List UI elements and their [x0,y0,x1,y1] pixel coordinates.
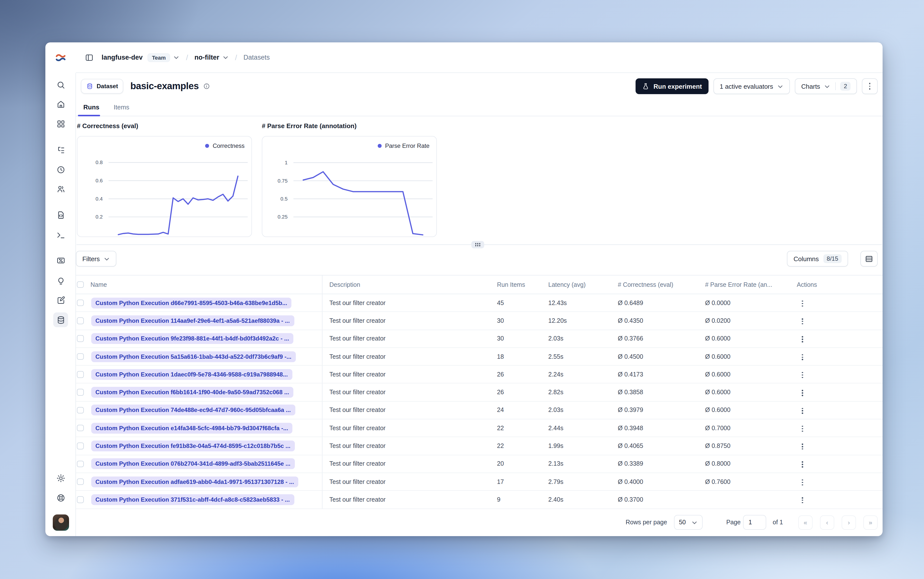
user-avatar[interactable] [53,514,69,531]
sidebar-item-evaluators[interactable] [53,253,68,268]
run-name-link[interactable]: Custom Python Execution d66e7991-8595-45… [91,298,292,308]
row-actions-button[interactable] [799,316,806,327]
home-icon [56,99,66,109]
sidebar-item-sessions[interactable] [53,162,68,177]
description-cell: Test our filter creator [323,389,497,396]
row-actions-button[interactable] [799,387,806,399]
row-actions-button[interactable] [799,476,806,488]
row-checkbox[interactable] [77,389,84,396]
run-name-link[interactable]: Custom Python Execution 74de488e-ec9d-47… [91,405,295,415]
runs-table: Name Description Run Items Latency (avg)… [76,275,883,509]
run-experiment-button[interactable]: Run experiment [636,79,709,94]
row-actions-button[interactable] [799,405,806,417]
row-actions-button[interactable] [799,298,806,310]
table-row: Custom Python Execution e14fa348-5cfc-49… [76,419,883,437]
more-options-button[interactable] [862,79,878,94]
row-checkbox[interactable] [77,461,84,467]
sidebar-item-prompts[interactable] [53,208,68,222]
header-name-cell: Name [76,275,323,294]
sidebar-item-home[interactable] [53,96,68,111]
first-page-button[interactable]: « [798,515,813,530]
svg-text:0.5: 0.5 [280,196,288,201]
sidebar-logo[interactable] [45,43,76,73]
info-icon[interactable] [203,83,210,90]
row-checkbox[interactable] [77,335,84,342]
row-actions-button[interactable] [799,334,806,345]
active-evaluators-button[interactable]: 1 active evaluators [713,79,790,94]
filters-button[interactable]: Filters [76,251,116,267]
row-checkbox[interactable] [77,425,84,432]
run-name-link[interactable]: Custom Python Execution adfae619-abb0-4d… [91,476,298,487]
sidebar-item-users[interactable] [53,182,68,196]
latency-cell: 2.40s [548,496,618,503]
chart-parse-error-rate: # Parse Error Rate (annotation) 10.750.5… [262,122,437,237]
row-checkbox[interactable] [77,443,84,450]
org-name[interactable]: langfuse-dev [102,54,143,61]
row-actions-button[interactable] [799,494,806,506]
row-checkbox[interactable] [77,299,84,306]
columns-button[interactable]: Columns 8/15 [787,251,848,267]
row-actions-button[interactable] [799,369,806,381]
name-cell: Custom Python Execution 9fe23f98-881e-44… [76,330,323,347]
row-checkbox[interactable] [77,353,84,360]
sidebar-item-search[interactable] [53,77,68,92]
run-name-link[interactable]: Custom Python Execution 076b2704-341d-48… [91,458,295,469]
parse-error-rate-cell: Ø 0.6000 [705,335,797,342]
run-name-link[interactable]: Custom Python Execution fe91b83e-04a5-47… [91,440,295,451]
sidebar-item-tracing[interactable] [53,142,68,157]
chart-card: 10.750.50.25 Parse Error Rate [262,136,437,237]
row-actions-button[interactable] [799,423,806,435]
actions-cell [797,404,883,417]
select-all-checkbox[interactable] [77,281,84,288]
run-name-link[interactable]: Custom Python Execution f6bb1614-1f90-40… [91,387,293,397]
row-actions-button[interactable] [799,351,806,363]
correctness-cell: Ø 0.4000 [618,478,705,485]
run-name-link[interactable]: Custom Python Execution 5a15a616-1bab-44… [91,351,296,362]
row-checkbox[interactable] [77,371,84,378]
page-input[interactable] [743,515,766,530]
parse-error-rate-cell: Ø 0.6000 [705,389,797,396]
chevron-down-icon [691,520,698,525]
rows-per-page-select[interactable]: 50 [674,515,703,530]
sidebar-item-playground[interactable] [53,228,68,242]
row-checkbox[interactable] [77,478,84,485]
run-name-link[interactable]: Custom Python Execution 371f531c-abff-4d… [91,494,294,505]
row-checkbox[interactable] [77,317,84,324]
name-cell: Custom Python Execution 1daec0f9-5e78-43… [76,366,323,383]
row-checkbox[interactable] [77,496,84,503]
description-cell: Test our filter creator [323,425,497,432]
legend-dot-icon [378,144,382,148]
parse-error-rate-cell: Ø 0.7600 [705,478,797,485]
prev-page-button[interactable]: ‹ [820,515,834,530]
last-page-button[interactable]: » [863,515,878,530]
resize-handle[interactable] [471,241,484,249]
sidebar-item-settings[interactable] [53,471,68,486]
run-name-link[interactable]: Custom Python Execution 9fe23f98-881e-44… [91,333,293,344]
charts-label: Charts [801,83,820,90]
correctness-cell: Ø 0.6489 [618,299,705,306]
row-actions-button[interactable] [799,458,806,471]
sidebar-item-datasets[interactable] [53,312,68,327]
sidebar-item-annotation[interactable] [53,293,68,307]
correctness-cell: Ø 0.3700 [618,496,705,503]
chevron-down-icon[interactable] [173,55,179,60]
project-name[interactable]: no-filter [195,54,220,61]
charts-button[interactable]: Charts 2 [795,79,857,94]
tab-items[interactable]: Items [114,98,129,116]
next-page-button[interactable]: › [842,515,856,530]
latency-cell: 12.43s [548,299,618,306]
sidebar-item-support[interactable] [53,490,68,505]
sidebar-item-insights[interactable] [53,273,68,288]
row-height-button[interactable] [860,251,878,267]
row-actions-button[interactable] [799,440,806,453]
run-name-link[interactable]: Custom Python Execution 1daec0f9-5e78-43… [91,369,292,380]
run-name-link[interactable]: Custom Python Execution e14fa348-5cfc-49… [91,422,293,433]
sidebar-item-dashboards[interactable] [53,116,68,131]
tab-runs[interactable]: Runs [84,98,99,116]
run-name-link[interactable]: Custom Python Execution 114aa9ef-29e6-4e… [91,316,294,326]
chevron-down-icon[interactable] [222,55,229,60]
row-checkbox[interactable] [77,407,84,414]
breadcrumb-section[interactable]: Datasets [244,54,270,61]
run-items-cell: 30 [497,335,548,342]
sidebar-toggle-button[interactable] [83,51,96,64]
